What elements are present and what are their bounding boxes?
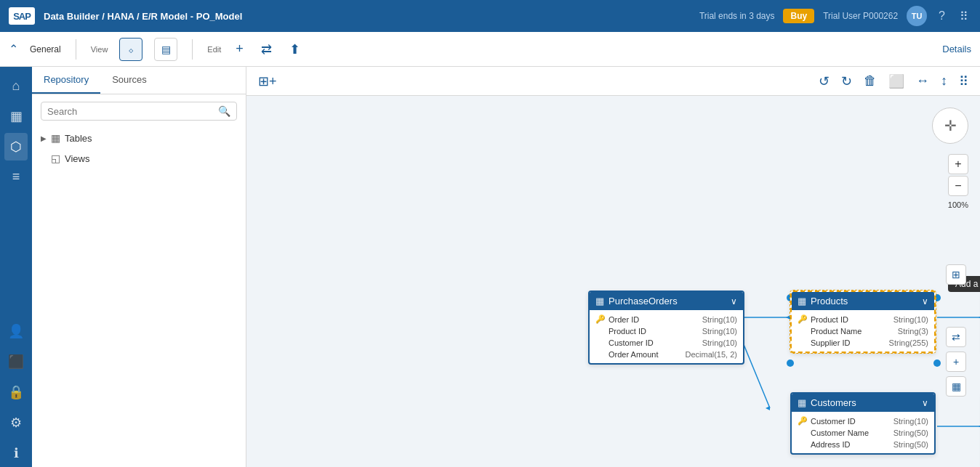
zoom-level-label: 100% bbox=[948, 200, 968, 209]
navigation-compass[interactable]: ✛ bbox=[932, 107, 968, 144]
general-label: General bbox=[30, 44, 61, 54]
er-table-purchase-orders[interactable]: ▦ PurchaseOrders ∨ 🔑 Order ID String(10)… bbox=[588, 291, 744, 365]
lock-icon[interactable]: 🔒 bbox=[2, 378, 30, 406]
catalog-icon[interactable]: ≡ bbox=[7, 163, 26, 190]
zoom-controls: + − 100% bbox=[948, 154, 968, 209]
field-type: String(10) bbox=[702, 327, 737, 336]
search-input[interactable] bbox=[47, 106, 214, 117]
field-type: String(10) bbox=[893, 417, 928, 426]
trial-text: Trial ends in 3 days bbox=[699, 11, 775, 21]
zoom-in-button[interactable]: + bbox=[948, 154, 968, 174]
field-type: String(3) bbox=[898, 327, 928, 336]
products-body: 🔑 Product ID String(10) Product Name Str… bbox=[792, 310, 934, 352]
search-icon[interactable]: 🔍 bbox=[218, 105, 230, 117]
field-name: Customer Name bbox=[811, 429, 883, 437]
expand-tables-arrow: ▶ bbox=[41, 134, 47, 142]
field-type: String(10) bbox=[702, 315, 737, 324]
key-icon: 🔑 bbox=[798, 314, 808, 324]
field-name: Supplier ID bbox=[811, 338, 883, 347]
settings-icon[interactable]: ⚙ bbox=[4, 409, 28, 436]
info-icon[interactable]: ℹ bbox=[8, 439, 25, 467]
field-type: String(255) bbox=[889, 338, 928, 347]
tab-repository[interactable]: Repository bbox=[32, 67, 100, 94]
canvas-toolbar: ⊞+ ↺ ↻ 🗑 ⬜ ↔ ↕ ⠿ bbox=[246, 67, 980, 96]
customers-body: 🔑 Customer ID String(10) Customer Name S… bbox=[792, 412, 934, 453]
canvas-area: ⊞+ ↺ ↻ 🗑 ⬜ ↔ ↕ ⠿ bbox=[246, 67, 980, 467]
field-type: Decimal(15, 2) bbox=[685, 350, 737, 359]
help-icon[interactable]: ? bbox=[936, 9, 948, 23]
views-label: Views bbox=[65, 153, 89, 164]
field-name: Product ID bbox=[811, 315, 883, 324]
model-icon[interactable]: ⬡ bbox=[4, 133, 28, 161]
table-add-icon[interactable]: ▦ bbox=[946, 376, 966, 397]
tables-label: Tables bbox=[65, 133, 92, 144]
grid-icon[interactable]: ⠿ bbox=[957, 9, 971, 23]
expand-icon[interactable]: ⌃ bbox=[9, 42, 18, 56]
tree-item-tables[interactable]: ▶ ▦ Tables bbox=[32, 128, 246, 148]
table-icon: ▦ bbox=[51, 132, 60, 144]
table-row: Supplier ID String(255) bbox=[792, 337, 934, 349]
panel-tabs: Repository Sources bbox=[32, 67, 246, 94]
export-button[interactable]: ⬆ bbox=[286, 38, 303, 60]
key-icon: 🔑 bbox=[595, 314, 606, 324]
customers-header: ▦ Customers ∨ bbox=[792, 394, 934, 412]
purchase-orders-body: 🔑 Order ID String(10) Product ID String(… bbox=[590, 310, 743, 363]
avatar: TU bbox=[907, 6, 927, 26]
conn-dot-products-left-bot bbox=[787, 360, 794, 367]
main-layout: ⌂ ▦ ⬡ ≡ 👤 ⬛ 🔒 ⚙ ℹ Repository Sources 🔍 ▶… bbox=[0, 67, 980, 467]
add-button[interactable]: + bbox=[233, 38, 246, 60]
products-header: ▦ Products ∨ bbox=[792, 292, 934, 310]
expand-v-icon[interactable]: ↕ bbox=[938, 70, 950, 92]
plus-icon[interactable]: + bbox=[946, 352, 966, 372]
key-icon: 🔑 bbox=[798, 416, 808, 426]
purchase-orders-table-icon: ▦ bbox=[595, 296, 604, 306]
table-row: 🔑 Order ID String(10) bbox=[590, 313, 743, 325]
undo-icon[interactable]: ↺ bbox=[816, 70, 832, 92]
expand-h-icon[interactable]: ↔ bbox=[913, 70, 932, 92]
purchase-orders-title: PurchaseOrders bbox=[609, 296, 678, 306]
svg-line-1 bbox=[743, 343, 770, 408]
products-chevron[interactable]: ∨ bbox=[922, 296, 928, 306]
add-col-float-icon[interactable]: ⊞ bbox=[946, 264, 966, 285]
buy-button[interactable]: Buy bbox=[783, 9, 814, 23]
field-type: String(50) bbox=[893, 440, 928, 449]
table-row: Product Name String(3) bbox=[792, 325, 934, 337]
er-diagram-icon: ⬦ bbox=[128, 44, 134, 55]
er-table-products[interactable]: ▦ Products ∨ 🔑 Product ID String(10) Pro… bbox=[790, 291, 936, 353]
details-label[interactable]: Details bbox=[942, 44, 971, 54]
toolbar: ⌃ General View ⬦ ▤ Edit + ⇄ ⬆ Details bbox=[0, 32, 980, 67]
views-icon: ◱ bbox=[51, 153, 60, 164]
customers-chevron[interactable]: ∨ bbox=[922, 398, 928, 408]
er-table-customers[interactable]: ▦ Customers ∨ 🔑 Customer ID String(10) C… bbox=[790, 392, 936, 455]
table-view-button[interactable]: ▤ bbox=[154, 38, 177, 61]
fullscreen-icon[interactable]: ⬜ bbox=[885, 70, 907, 92]
tree-item-views[interactable]: ◱ Views bbox=[32, 148, 246, 168]
table-row: 🔑 Product ID String(10) bbox=[792, 313, 934, 325]
delete-icon[interactable]: 🗑 bbox=[861, 70, 880, 92]
field-type: String(10) bbox=[702, 338, 737, 347]
user-icon[interactable]: 👤 bbox=[2, 317, 30, 345]
deploy-icon[interactable]: ⬛ bbox=[2, 348, 30, 375]
join-icon[interactable]: ⇄ bbox=[946, 327, 966, 347]
purchase-orders-chevron[interactable]: ∨ bbox=[731, 296, 737, 306]
sap-logo: SAP bbox=[9, 7, 35, 25]
zoom-out-button[interactable]: − bbox=[948, 176, 968, 196]
tab-sources[interactable]: Sources bbox=[100, 67, 158, 94]
field-name: Customer ID bbox=[609, 338, 681, 347]
canvas-content[interactable]: Add a Column ⊞ ⇄ + ▦ ▦ PurchaseOrders ∨ … bbox=[246, 96, 980, 467]
add-table-icon[interactable]: ⊞+ bbox=[255, 70, 280, 92]
grid-canvas-icon[interactable]: ⠿ bbox=[956, 70, 971, 92]
top-bar: SAP Data Builder / HANA / E/R Model - PO… bbox=[0, 0, 980, 32]
transform-button[interactable]: ⇄ bbox=[258, 38, 275, 60]
field-name: Order Amount bbox=[609, 350, 681, 359]
home-icon[interactable]: ⌂ bbox=[7, 73, 26, 100]
redo-icon[interactable]: ↻ bbox=[838, 70, 855, 92]
er-diagram-view-button[interactable]: ⬦ bbox=[119, 38, 142, 61]
table-view-icon: ▤ bbox=[161, 44, 171, 55]
data-builder-icon[interactable]: ▦ bbox=[4, 102, 28, 130]
field-name: Customer ID bbox=[811, 417, 883, 426]
breadcrumb: Data Builder / HANA / E/R Model - PO_Mod… bbox=[44, 11, 242, 22]
products-title: Products bbox=[811, 296, 848, 306]
search-box: 🔍 bbox=[41, 102, 237, 121]
field-name: Product ID bbox=[609, 327, 681, 336]
